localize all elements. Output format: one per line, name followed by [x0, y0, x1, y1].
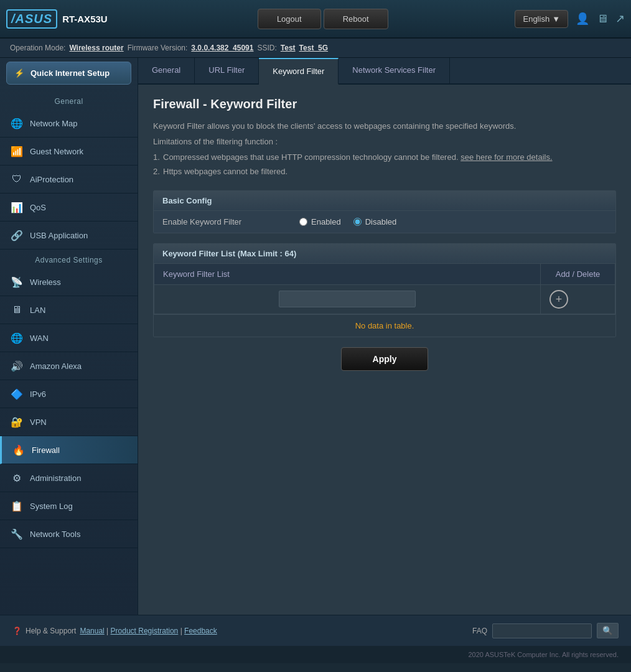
sidebar: ⚡ Quick Internet Setup General 🌐 Network…	[0, 58, 138, 615]
sidebar-item-wan[interactable]: 🌐 WAN	[0, 324, 138, 352]
monitor-icon[interactable]: 🖥	[597, 12, 608, 26]
registration-link[interactable]: Product Registration	[111, 627, 179, 635]
sidebar-item-label: IPv6	[30, 390, 46, 399]
language-selector[interactable]: English ▼	[515, 10, 568, 28]
sidebar-item-label: Amazon Alexa	[30, 362, 82, 371]
share-icon[interactable]: ↗	[615, 12, 625, 26]
alexa-icon: 🔊	[10, 359, 24, 373]
apply-button[interactable]: Apply	[341, 347, 429, 371]
general-section-label: General	[0, 91, 138, 110]
sidebar-item-label: AiProtection	[30, 175, 73, 184]
sidebar-item-label: Guest Network	[30, 147, 83, 156]
quick-setup-button[interactable]: ⚡ Quick Internet Setup	[6, 62, 131, 85]
apply-button-wrap: Apply	[153, 347, 616, 371]
col-add-delete-header: Add / Delete	[541, 263, 615, 284]
faq-label: FAQ	[472, 627, 487, 635]
sidebar-item-label: QoS	[30, 203, 46, 212]
sidebar-item-qos[interactable]: 📊 QoS	[0, 194, 138, 222]
sidebar-item-label: USB Application	[30, 231, 88, 240]
sidebar-item-label: LAN	[30, 306, 45, 315]
op-mode-bar: Operation Mode: Wireless router Firmware…	[0, 39, 631, 58]
tab-url-filter[interactable]: URL Filter	[195, 58, 259, 83]
firmware-value: 3.0.0.4.382_45091	[191, 44, 253, 52]
filter-list-header: Keyword Filter List (Max Limit : 64)	[154, 244, 615, 263]
sidebar-item-vpn[interactable]: 🔐 VPN	[0, 408, 138, 436]
network-map-icon: 🌐	[10, 116, 24, 130]
logout-button[interactable]: Logout	[258, 9, 321, 29]
copyright-bar: 2020 ASUSTeK Computer Inc. All rights re…	[0, 646, 631, 663]
sidebar-item-guest-network[interactable]: 📶 Guest Network	[0, 138, 138, 166]
sidebar-item-lan[interactable]: 🖥 LAN	[0, 296, 138, 324]
tab-bar: General URL Filter Keyword Filter Networ…	[138, 58, 631, 85]
top-bar: /ASUS RT-AX53U Logout Reboot English ▼ 👤…	[0, 0, 631, 39]
faq-search-button[interactable]: 🔍	[597, 623, 619, 638]
sidebar-item-administration[interactable]: ⚙ Administration	[0, 464, 138, 492]
sidebar-item-system-log[interactable]: 📋 System Log	[0, 492, 138, 520]
copyright-text: 2020 ASUSTeK Computer Inc. All rights re…	[468, 651, 619, 658]
sidebar-item-usb-application[interactable]: 🔗 USB Application	[0, 222, 138, 250]
table-row: +	[154, 284, 615, 314]
reboot-button[interactable]: Reboot	[324, 9, 388, 29]
faq-search-input[interactable]	[492, 623, 592, 638]
disabled-radio-label[interactable]: Disabled	[353, 217, 397, 226]
feedback-link[interactable]: Feedback	[184, 627, 217, 635]
footer-left: ❓ Help & Support Manual | Product Regist…	[12, 627, 217, 635]
sidebar-item-label: Wireless	[30, 278, 61, 287]
tools-icon: 🔧	[10, 527, 24, 541]
sidebar-item-amazon-alexa[interactable]: 🔊 Amazon Alexa	[0, 352, 138, 380]
top-nav: Logout Reboot	[131, 9, 515, 29]
usb-icon: 🔗	[10, 228, 24, 242]
disabled-radio[interactable]	[353, 218, 362, 226]
page-title: Firewall - Keyword Filter	[153, 97, 616, 111]
sidebar-item-wireless[interactable]: 📡 Wireless	[0, 268, 138, 296]
enable-filter-label: Enable Keyword Filter	[162, 217, 299, 226]
syslog-icon: 📋	[10, 499, 24, 513]
quick-setup-label: Quick Internet Setup	[30, 68, 110, 78]
basic-config-section: Basic Config Enable Keyword Filter Enabl…	[153, 190, 616, 233]
sidebar-item-ipv6[interactable]: 🔷 IPv6	[0, 380, 138, 408]
help-label: Help & Support	[26, 627, 76, 635]
qos-icon: 📊	[10, 200, 24, 214]
filter-input-cell	[154, 284, 541, 314]
enabled-radio[interactable]	[299, 218, 307, 226]
user-icon[interactable]: 👤	[576, 12, 589, 26]
add-keyword-button[interactable]: +	[549, 290, 568, 309]
content-area: General URL Filter Keyword Filter Networ…	[138, 58, 631, 615]
sidebar-item-firewall[interactable]: 🔥 Firewall	[0, 436, 138, 464]
content-body: Firewall - Keyword Filter Keyword Filter…	[138, 85, 631, 615]
basic-config-header: Basic Config	[154, 191, 615, 210]
sidebar-item-label: Firewall	[32, 446, 60, 455]
enable-filter-radio-group: Enabled Disabled	[299, 217, 396, 226]
keyword-input[interactable]	[279, 291, 416, 307]
op-mode-label: Operation Mode:	[10, 44, 65, 52]
sidebar-item-label: VPN	[30, 418, 47, 427]
footer-right: FAQ 🔍	[472, 623, 619, 638]
help-icon: ❓	[12, 627, 22, 635]
firewall-icon: 🔥	[12, 443, 26, 457]
footer-links: Manual | Product Registration | Feedback	[80, 627, 217, 635]
page-description: Keyword Filter allows you to block the c…	[153, 120, 616, 133]
wan-icon: 🌐	[10, 331, 24, 345]
model-name: RT-AX53U	[62, 14, 108, 24]
manual-link[interactable]: Manual	[80, 627, 104, 635]
sidebar-item-network-map[interactable]: 🌐 Network Map	[0, 110, 138, 138]
lan-icon: 🖥	[10, 303, 24, 317]
sidebar-item-aiprotection[interactable]: 🛡 AiProtection	[0, 166, 138, 194]
tab-network-services-filter[interactable]: Network Services Filter	[339, 58, 450, 83]
filter-table: Keyword Filter List Add / Delete +	[154, 263, 615, 314]
op-mode-value: Wireless router	[69, 44, 123, 52]
tab-keyword-filter[interactable]: Keyword Filter	[259, 58, 339, 85]
ipv6-icon: 🔷	[10, 387, 24, 401]
wireless-icon: 📡	[10, 275, 24, 289]
sidebar-item-network-tools[interactable]: 🔧 Network Tools	[0, 520, 138, 548]
quick-setup-icon: ⚡	[14, 68, 24, 78]
sidebar-item-label: Network Tools	[30, 530, 80, 539]
tab-general[interactable]: General	[138, 58, 195, 83]
enabled-radio-label[interactable]: Enabled	[299, 217, 341, 226]
keyword-filter-list-section: Keyword Filter List (Max Limit : 64) Key…	[153, 243, 616, 337]
limitation-link[interactable]: see here for more details.	[460, 152, 552, 162]
sidebar-item-label: System Log	[30, 502, 73, 511]
ssid-label: SSID:	[257, 44, 276, 52]
enable-filter-row: Enable Keyword Filter Enabled Disabled	[154, 210, 615, 233]
top-icons: 👤 🖥 ↗	[576, 12, 625, 26]
